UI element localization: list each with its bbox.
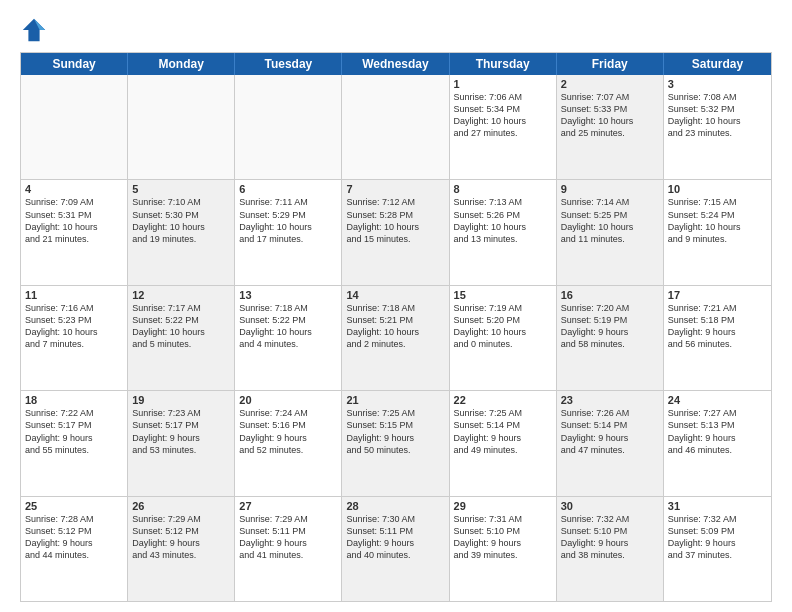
calendar-cell: 24Sunrise: 7:27 AMSunset: 5:13 PMDayligh… <box>664 391 771 495</box>
day-number: 6 <box>239 183 337 195</box>
day-number: 22 <box>454 394 552 406</box>
cell-info: Sunrise: 7:08 AMSunset: 5:32 PMDaylight:… <box>668 91 767 140</box>
calendar-cell: 5Sunrise: 7:10 AMSunset: 5:30 PMDaylight… <box>128 180 235 284</box>
calendar-cell: 23Sunrise: 7:26 AMSunset: 5:14 PMDayligh… <box>557 391 664 495</box>
cell-info: Sunrise: 7:28 AMSunset: 5:12 PMDaylight:… <box>25 513 123 562</box>
cell-info: Sunrise: 7:29 AMSunset: 5:11 PMDaylight:… <box>239 513 337 562</box>
cell-info: Sunrise: 7:32 AMSunset: 5:10 PMDaylight:… <box>561 513 659 562</box>
day-number: 13 <box>239 289 337 301</box>
calendar-week-5: 25Sunrise: 7:28 AMSunset: 5:12 PMDayligh… <box>21 496 771 601</box>
calendar-cell: 29Sunrise: 7:31 AMSunset: 5:10 PMDayligh… <box>450 497 557 601</box>
cell-info: Sunrise: 7:18 AMSunset: 5:21 PMDaylight:… <box>346 302 444 351</box>
calendar-cell: 1Sunrise: 7:06 AMSunset: 5:34 PMDaylight… <box>450 75 557 179</box>
cell-info: Sunrise: 7:18 AMSunset: 5:22 PMDaylight:… <box>239 302 337 351</box>
cell-info: Sunrise: 7:32 AMSunset: 5:09 PMDaylight:… <box>668 513 767 562</box>
calendar-cell <box>21 75 128 179</box>
calendar-cell: 15Sunrise: 7:19 AMSunset: 5:20 PMDayligh… <box>450 286 557 390</box>
cell-info: Sunrise: 7:30 AMSunset: 5:11 PMDaylight:… <box>346 513 444 562</box>
day-number: 2 <box>561 78 659 90</box>
calendar-cell: 25Sunrise: 7:28 AMSunset: 5:12 PMDayligh… <box>21 497 128 601</box>
day-number: 17 <box>668 289 767 301</box>
day-header-thursday: Thursday <box>450 53 557 75</box>
cell-info: Sunrise: 7:26 AMSunset: 5:14 PMDaylight:… <box>561 407 659 456</box>
calendar: SundayMondayTuesdayWednesdayThursdayFrid… <box>20 52 772 602</box>
cell-info: Sunrise: 7:06 AMSunset: 5:34 PMDaylight:… <box>454 91 552 140</box>
cell-info: Sunrise: 7:15 AMSunset: 5:24 PMDaylight:… <box>668 196 767 245</box>
day-number: 10 <box>668 183 767 195</box>
calendar-cell: 2Sunrise: 7:07 AMSunset: 5:33 PMDaylight… <box>557 75 664 179</box>
day-number: 1 <box>454 78 552 90</box>
day-header-sunday: Sunday <box>21 53 128 75</box>
cell-info: Sunrise: 7:13 AMSunset: 5:26 PMDaylight:… <box>454 196 552 245</box>
day-number: 26 <box>132 500 230 512</box>
day-number: 11 <box>25 289 123 301</box>
day-number: 21 <box>346 394 444 406</box>
day-number: 23 <box>561 394 659 406</box>
calendar-cell: 17Sunrise: 7:21 AMSunset: 5:18 PMDayligh… <box>664 286 771 390</box>
day-number: 12 <box>132 289 230 301</box>
day-number: 9 <box>561 183 659 195</box>
day-number: 15 <box>454 289 552 301</box>
cell-info: Sunrise: 7:12 AMSunset: 5:28 PMDaylight:… <box>346 196 444 245</box>
calendar-week-2: 4Sunrise: 7:09 AMSunset: 5:31 PMDaylight… <box>21 179 771 284</box>
day-number: 4 <box>25 183 123 195</box>
day-number: 30 <box>561 500 659 512</box>
day-header-tuesday: Tuesday <box>235 53 342 75</box>
calendar-cell: 10Sunrise: 7:15 AMSunset: 5:24 PMDayligh… <box>664 180 771 284</box>
calendar-cell: 8Sunrise: 7:13 AMSunset: 5:26 PMDaylight… <box>450 180 557 284</box>
logo <box>20 16 50 44</box>
cell-info: Sunrise: 7:14 AMSunset: 5:25 PMDaylight:… <box>561 196 659 245</box>
day-header-saturday: Saturday <box>664 53 771 75</box>
calendar-cell: 26Sunrise: 7:29 AMSunset: 5:12 PMDayligh… <box>128 497 235 601</box>
cell-info: Sunrise: 7:31 AMSunset: 5:10 PMDaylight:… <box>454 513 552 562</box>
cell-info: Sunrise: 7:07 AMSunset: 5:33 PMDaylight:… <box>561 91 659 140</box>
cell-info: Sunrise: 7:21 AMSunset: 5:18 PMDaylight:… <box>668 302 767 351</box>
calendar-cell: 31Sunrise: 7:32 AMSunset: 5:09 PMDayligh… <box>664 497 771 601</box>
day-number: 5 <box>132 183 230 195</box>
calendar-cell: 12Sunrise: 7:17 AMSunset: 5:22 PMDayligh… <box>128 286 235 390</box>
cell-info: Sunrise: 7:22 AMSunset: 5:17 PMDaylight:… <box>25 407 123 456</box>
day-number: 29 <box>454 500 552 512</box>
day-number: 3 <box>668 78 767 90</box>
calendar-cell: 14Sunrise: 7:18 AMSunset: 5:21 PMDayligh… <box>342 286 449 390</box>
calendar-cell: 27Sunrise: 7:29 AMSunset: 5:11 PMDayligh… <box>235 497 342 601</box>
page: SundayMondayTuesdayWednesdayThursdayFrid… <box>0 0 792 612</box>
day-number: 25 <box>25 500 123 512</box>
day-header-monday: Monday <box>128 53 235 75</box>
cell-info: Sunrise: 7:29 AMSunset: 5:12 PMDaylight:… <box>132 513 230 562</box>
calendar-cell: 28Sunrise: 7:30 AMSunset: 5:11 PMDayligh… <box>342 497 449 601</box>
day-number: 31 <box>668 500 767 512</box>
calendar-cell: 16Sunrise: 7:20 AMSunset: 5:19 PMDayligh… <box>557 286 664 390</box>
cell-info: Sunrise: 7:17 AMSunset: 5:22 PMDaylight:… <box>132 302 230 351</box>
day-number: 7 <box>346 183 444 195</box>
calendar-body: 1Sunrise: 7:06 AMSunset: 5:34 PMDaylight… <box>21 75 771 601</box>
calendar-week-4: 18Sunrise: 7:22 AMSunset: 5:17 PMDayligh… <box>21 390 771 495</box>
day-number: 19 <box>132 394 230 406</box>
calendar-cell <box>128 75 235 179</box>
calendar-cell: 19Sunrise: 7:23 AMSunset: 5:17 PMDayligh… <box>128 391 235 495</box>
header <box>20 16 772 44</box>
calendar-cell: 3Sunrise: 7:08 AMSunset: 5:32 PMDaylight… <box>664 75 771 179</box>
cell-info: Sunrise: 7:20 AMSunset: 5:19 PMDaylight:… <box>561 302 659 351</box>
cell-info: Sunrise: 7:09 AMSunset: 5:31 PMDaylight:… <box>25 196 123 245</box>
calendar-cell: 7Sunrise: 7:12 AMSunset: 5:28 PMDaylight… <box>342 180 449 284</box>
day-number: 14 <box>346 289 444 301</box>
calendar-week-1: 1Sunrise: 7:06 AMSunset: 5:34 PMDaylight… <box>21 75 771 179</box>
cell-info: Sunrise: 7:25 AMSunset: 5:15 PMDaylight:… <box>346 407 444 456</box>
calendar-header-row: SundayMondayTuesdayWednesdayThursdayFrid… <box>21 53 771 75</box>
calendar-cell <box>235 75 342 179</box>
calendar-cell: 6Sunrise: 7:11 AMSunset: 5:29 PMDaylight… <box>235 180 342 284</box>
calendar-cell: 9Sunrise: 7:14 AMSunset: 5:25 PMDaylight… <box>557 180 664 284</box>
cell-info: Sunrise: 7:25 AMSunset: 5:14 PMDaylight:… <box>454 407 552 456</box>
cell-info: Sunrise: 7:16 AMSunset: 5:23 PMDaylight:… <box>25 302 123 351</box>
day-number: 8 <box>454 183 552 195</box>
cell-info: Sunrise: 7:11 AMSunset: 5:29 PMDaylight:… <box>239 196 337 245</box>
cell-info: Sunrise: 7:10 AMSunset: 5:30 PMDaylight:… <box>132 196 230 245</box>
day-header-friday: Friday <box>557 53 664 75</box>
day-number: 16 <box>561 289 659 301</box>
calendar-cell: 21Sunrise: 7:25 AMSunset: 5:15 PMDayligh… <box>342 391 449 495</box>
calendar-cell: 22Sunrise: 7:25 AMSunset: 5:14 PMDayligh… <box>450 391 557 495</box>
day-number: 20 <box>239 394 337 406</box>
cell-info: Sunrise: 7:19 AMSunset: 5:20 PMDaylight:… <box>454 302 552 351</box>
day-number: 24 <box>668 394 767 406</box>
